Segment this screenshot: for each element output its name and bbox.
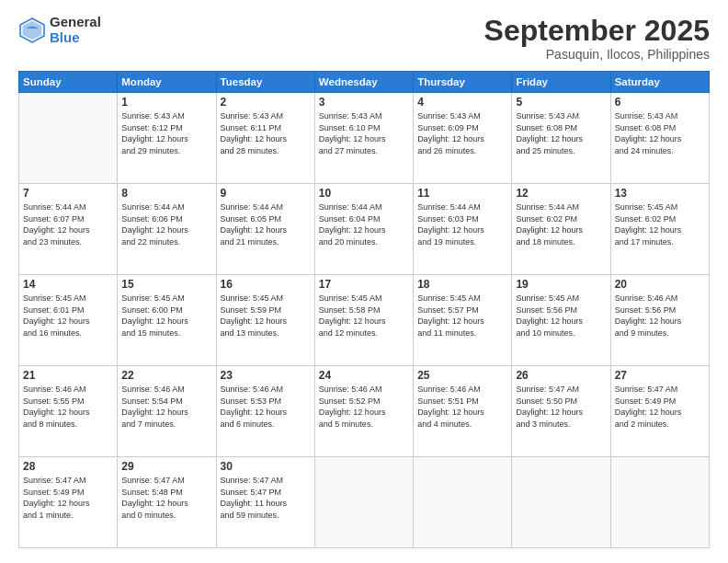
day-info: Sunrise: 5:43 AMSunset: 6:11 PMDaylight:… — [221, 110, 311, 156]
day-number: 6 — [615, 96, 705, 109]
col-monday: Monday — [118, 72, 216, 93]
table-row — [314, 457, 413, 548]
day-number: 13 — [615, 187, 705, 200]
day-info: Sunrise: 5:45 AMSunset: 6:02 PMDaylight:… — [615, 201, 705, 247]
table-row: 3Sunrise: 5:43 AMSunset: 6:10 PMDaylight… — [314, 93, 413, 184]
table-row: 10Sunrise: 5:44 AMSunset: 6:04 PMDayligh… — [314, 184, 413, 275]
table-row: 6Sunrise: 5:43 AMSunset: 6:08 PMDaylight… — [610, 93, 709, 184]
table-row: 9Sunrise: 5:44 AMSunset: 6:05 PMDaylight… — [216, 184, 314, 275]
day-info: Sunrise: 5:46 AMSunset: 5:52 PMDaylight:… — [319, 384, 409, 430]
calendar-table: Sunday Monday Tuesday Wednesday Thursday… — [18, 71, 710, 548]
col-tuesday: Tuesday — [216, 72, 314, 93]
day-info: Sunrise: 5:44 AMSunset: 6:04 PMDaylight:… — [319, 201, 409, 247]
day-info: Sunrise: 5:43 AMSunset: 6:09 PMDaylight:… — [417, 110, 507, 156]
table-row: 11Sunrise: 5:44 AMSunset: 6:03 PMDayligh… — [414, 184, 512, 275]
table-row — [610, 457, 709, 548]
table-row: 4Sunrise: 5:43 AMSunset: 6:09 PMDaylight… — [414, 93, 512, 184]
day-number: 11 — [417, 187, 507, 200]
day-number: 25 — [417, 369, 507, 382]
day-number: 1 — [121, 96, 211, 109]
table-row: 25Sunrise: 5:46 AMSunset: 5:51 PMDayligh… — [414, 366, 512, 457]
table-row: 28Sunrise: 5:47 AMSunset: 5:49 PMDayligh… — [19, 457, 118, 548]
day-number: 12 — [516, 187, 606, 200]
day-info: Sunrise: 5:43 AMSunset: 6:08 PMDaylight:… — [516, 110, 606, 156]
day-info: Sunrise: 5:46 AMSunset: 5:54 PMDaylight:… — [121, 384, 211, 430]
day-number: 21 — [23, 369, 113, 382]
day-info: Sunrise: 5:44 AMSunset: 6:07 PMDaylight:… — [23, 201, 113, 247]
day-number: 28 — [23, 460, 113, 473]
day-number: 9 — [221, 187, 311, 200]
logo: General Blue — [18, 15, 101, 45]
calendar-week-row: 7Sunrise: 5:44 AMSunset: 6:07 PMDaylight… — [19, 184, 710, 275]
table-row: 20Sunrise: 5:46 AMSunset: 5:56 PMDayligh… — [610, 275, 709, 366]
calendar-week-row: 1Sunrise: 5:43 AMSunset: 6:12 PMDaylight… — [19, 93, 710, 184]
table-row: 13Sunrise: 5:45 AMSunset: 6:02 PMDayligh… — [610, 184, 709, 275]
table-row: 5Sunrise: 5:43 AMSunset: 6:08 PMDaylight… — [512, 93, 610, 184]
month-title: September 2025 — [484, 15, 710, 47]
day-number: 19 — [516, 278, 606, 291]
day-info: Sunrise: 5:47 AMSunset: 5:50 PMDaylight:… — [516, 384, 606, 430]
title-area: September 2025 Pasuquin, Ilocos, Philipp… — [484, 15, 710, 62]
day-info: Sunrise: 5:44 AMSunset: 6:05 PMDaylight:… — [221, 201, 311, 247]
table-row: 22Sunrise: 5:46 AMSunset: 5:54 PMDayligh… — [118, 366, 216, 457]
col-sunday: Sunday — [19, 72, 118, 93]
day-number: 17 — [319, 278, 409, 291]
col-saturday: Saturday — [610, 72, 709, 93]
table-row: 16Sunrise: 5:45 AMSunset: 5:59 PMDayligh… — [216, 275, 314, 366]
day-number: 29 — [121, 460, 211, 473]
day-number: 3 — [319, 96, 409, 109]
day-info: Sunrise: 5:45 AMSunset: 6:00 PMDaylight:… — [121, 293, 211, 339]
day-info: Sunrise: 5:46 AMSunset: 5:53 PMDaylight:… — [221, 384, 311, 430]
day-info: Sunrise: 5:43 AMSunset: 6:12 PMDaylight:… — [121, 110, 211, 156]
day-number: 24 — [319, 369, 409, 382]
day-info: Sunrise: 5:45 AMSunset: 5:56 PMDaylight:… — [516, 293, 606, 339]
day-number: 8 — [121, 187, 211, 200]
calendar-week-row: 14Sunrise: 5:45 AMSunset: 6:01 PMDayligh… — [19, 275, 710, 366]
day-number: 15 — [121, 278, 211, 291]
day-info: Sunrise: 5:46 AMSunset: 5:51 PMDaylight:… — [417, 384, 507, 430]
table-row: 29Sunrise: 5:47 AMSunset: 5:48 PMDayligh… — [118, 457, 216, 548]
page: General Blue September 2025 Pasuquin, Il… — [0, 0, 728, 563]
table-row: 18Sunrise: 5:45 AMSunset: 5:57 PMDayligh… — [414, 275, 512, 366]
col-wednesday: Wednesday — [314, 72, 413, 93]
table-row: 2Sunrise: 5:43 AMSunset: 6:11 PMDaylight… — [216, 93, 314, 184]
day-info: Sunrise: 5:43 AMSunset: 6:08 PMDaylight:… — [615, 110, 705, 156]
logo-icon — [18, 17, 46, 44]
logo-blue-text: Blue — [50, 30, 101, 46]
col-thursday: Thursday — [414, 72, 512, 93]
table-row: 27Sunrise: 5:47 AMSunset: 5:49 PMDayligh… — [610, 366, 709, 457]
day-number: 7 — [23, 187, 113, 200]
calendar-week-row: 28Sunrise: 5:47 AMSunset: 5:49 PMDayligh… — [19, 457, 710, 548]
logo-text: General Blue — [50, 15, 101, 45]
day-number: 4 — [417, 96, 507, 109]
day-number: 2 — [221, 96, 311, 109]
table-row — [19, 93, 118, 184]
table-row: 21Sunrise: 5:46 AMSunset: 5:55 PMDayligh… — [19, 366, 118, 457]
day-info: Sunrise: 5:47 AMSunset: 5:48 PMDaylight:… — [121, 475, 211, 521]
day-info: Sunrise: 5:45 AMSunset: 5:58 PMDaylight:… — [319, 293, 409, 339]
day-number: 18 — [417, 278, 507, 291]
calendar-header-row: Sunday Monday Tuesday Wednesday Thursday… — [19, 72, 710, 93]
table-row: 15Sunrise: 5:45 AMSunset: 6:00 PMDayligh… — [118, 275, 216, 366]
day-info: Sunrise: 5:44 AMSunset: 6:06 PMDaylight:… — [121, 201, 211, 247]
table-row: 23Sunrise: 5:46 AMSunset: 5:53 PMDayligh… — [216, 366, 314, 457]
calendar-week-row: 21Sunrise: 5:46 AMSunset: 5:55 PMDayligh… — [19, 366, 710, 457]
day-number: 5 — [516, 96, 606, 109]
day-info: Sunrise: 5:43 AMSunset: 6:10 PMDaylight:… — [319, 110, 409, 156]
day-number: 26 — [516, 369, 606, 382]
day-number: 10 — [319, 187, 409, 200]
table-row: 24Sunrise: 5:46 AMSunset: 5:52 PMDayligh… — [314, 366, 413, 457]
day-number: 16 — [221, 278, 311, 291]
table-row: 12Sunrise: 5:44 AMSunset: 6:02 PMDayligh… — [512, 184, 610, 275]
header: General Blue September 2025 Pasuquin, Il… — [18, 15, 710, 62]
logo-general-text: General — [50, 15, 101, 30]
day-info: Sunrise: 5:46 AMSunset: 5:56 PMDaylight:… — [615, 293, 705, 339]
day-number: 22 — [121, 369, 211, 382]
day-info: Sunrise: 5:45 AMSunset: 5:59 PMDaylight:… — [221, 293, 311, 339]
day-info: Sunrise: 5:47 AMSunset: 5:49 PMDaylight:… — [23, 475, 113, 521]
table-row: 17Sunrise: 5:45 AMSunset: 5:58 PMDayligh… — [314, 275, 413, 366]
table-row: 7Sunrise: 5:44 AMSunset: 6:07 PMDaylight… — [19, 184, 118, 275]
table-row: 30Sunrise: 5:47 AMSunset: 5:47 PMDayligh… — [216, 457, 314, 548]
table-row: 19Sunrise: 5:45 AMSunset: 5:56 PMDayligh… — [512, 275, 610, 366]
col-friday: Friday — [512, 72, 610, 93]
